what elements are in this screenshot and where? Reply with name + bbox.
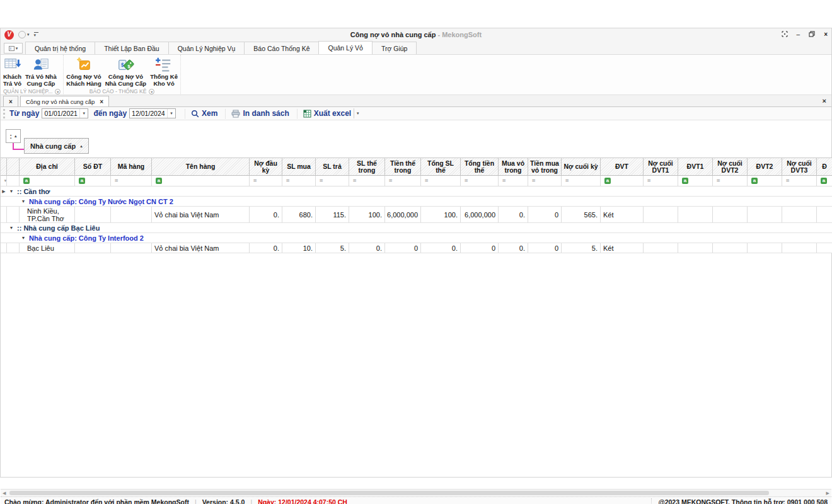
column-header-tien_mua_vo_trong[interactable]: Tiền mua vỏ trong [528,158,562,176]
filter-cell-tien_mua_vo_trong[interactable]: = [528,176,562,186]
column-header-no_cuoi_dvt2[interactable]: Nợ cuối DVT2 [713,158,748,176]
export-excel-button[interactable]: Xuất excel ▾ [303,108,361,118]
dialog-launcher-icon[interactable]: ▾ [149,89,154,94]
filter-cell-so_dt[interactable]: a [75,176,111,186]
chevron-down-icon[interactable]: ▾ [167,109,175,118]
column-header-sl_mua[interactable]: SL mua [282,158,316,176]
filter-cell-dia_chi[interactable]: a [20,176,75,186]
tab-tro-giup[interactable]: Trợ Giúp [372,42,417,54]
column-header-dvt2[interactable]: ĐVT2 [748,158,782,176]
cell-sl_mua[interactable]: 680. [282,207,316,222]
ribbon-button-cong-no-vo-nha-cung-cap[interactable]: $ $ Công Nợ Vỏ Nhà Cung Cấp [103,55,148,88]
chevron-down-icon[interactable]: ▾ [354,108,361,118]
cell-no_cuoi_dvt1[interactable] [644,207,678,222]
cell-dvt1[interactable] [678,243,713,253]
cell-no_dau_ky[interactable]: 0. [250,243,282,253]
column-header-no_cuoi_dvt3[interactable]: Nợ cuối DVT3 [782,158,817,176]
tab-thiet-lap-ban-dau[interactable]: Thiết Lập Ban Đầu [95,42,169,54]
cell-expand[interactable] [7,243,20,253]
group-row[interactable]: ▾:: Nhà cung cấp Bạc Liêu [1,223,832,233]
cell-dvt2[interactable] [748,243,782,253]
cell-expand[interactable] [7,207,20,222]
group-row[interactable]: ▾Nhà cung cấp: Công Ty Nước Ngọt CN CT 2 [1,197,832,207]
cell-sl_the_trong[interactable]: 100. [349,207,385,222]
cell-dvt1[interactable] [678,207,713,222]
filter-cell-no_dau_ky[interactable]: = [250,176,282,186]
column-header-dvt3_cut[interactable]: Đ [817,158,832,176]
column-header-sl_the_trong[interactable]: SL thế trong [349,158,385,176]
cell-tong_sl_the[interactable]: 0. [421,243,461,253]
cell-sl_tra[interactable]: 5. [316,243,349,253]
column-header-mua_vo_trong[interactable]: Mua vỏ trong [499,158,528,176]
cell-no_dau_ky[interactable]: 0. [250,207,282,222]
grouped-column-nha-cung-cap[interactable]: Nhà cung cấp ▴ [24,138,89,154]
minimize-button[interactable]: – [797,32,800,38]
cell-dia_chi[interactable]: Bạc Liêu [20,243,75,253]
cell-no_cuoi_dvt3[interactable] [782,207,817,222]
view-button[interactable]: Xem [191,109,217,118]
cell-dia_chi[interactable]: Ninh Kiều, TP.Cần Thơ [20,207,75,222]
column-header-so_dt[interactable]: Số ĐT [75,158,111,176]
column-header-no_cuoi_dvt1[interactable]: Nợ cuối DVT1 [644,158,678,176]
group-row[interactable]: ▾Nhà cung cấp: Công Ty Interfood 2 [1,233,832,243]
cell-ma_hang[interactable] [111,207,152,222]
column-header-tong_sl_the[interactable]: Tổng SL thế [421,158,461,176]
cell-dvt3_cut[interactable] [817,243,832,253]
chevron-down-icon[interactable]: ▾ [79,109,88,118]
ribbon-button-tra-vo-nha-cung-cap[interactable]: Trả Vỏ Nhà Cung Cấp [23,55,59,88]
filter-cell-ten_hang[interactable]: a [152,176,250,186]
scrollbar-thumb[interactable] [9,491,769,495]
cell-tien_the_trong[interactable]: 0 [385,243,421,253]
tab-quan-ly-nghiep-vu[interactable]: Quản Lý Nghiệp Vụ [168,42,245,54]
column-header-tien_the_trong[interactable]: Tiền thế trong [385,158,421,176]
cell-dvt[interactable]: Két [601,207,644,222]
filter-cell-tien_the_trong[interactable]: = [385,176,421,186]
filter-cell-dvt1[interactable]: a [678,176,713,186]
cell-dvt[interactable]: Két [601,243,644,253]
restore-button[interactable] [809,31,815,38]
fullscreen-button[interactable] [782,31,788,38]
filter-cell-dvt2[interactable]: a [748,176,782,186]
filter-cell-sl_mua[interactable]: = [282,176,316,186]
cell-so_dt[interactable] [75,207,111,222]
cell-no_cuoi_ky[interactable]: 565. [562,207,601,222]
filter-cell-tong_sl_the[interactable]: = [421,176,461,186]
tab-quan-tri-he-thong[interactable]: Quản trị hệ thống [25,42,95,54]
cell-sl_tra[interactable]: 115. [316,207,349,222]
cell-tong_tien_the[interactable]: 6,000,000 [461,207,499,222]
to-date-picker[interactable]: 12/01/2024 ▾ [129,108,176,118]
column-header-no_dau_ky[interactable]: Nợ đầu kỳ [250,158,282,176]
table-row[interactable]: Ninh Kiều, TP.Cần ThơVỏ chai bia Việt Na… [1,207,832,223]
close-icon[interactable]: × [100,98,103,105]
column-header-sl_tra[interactable]: SL trả [316,158,349,176]
ribbon-button-khach-tra-vo[interactable]: Khách Trả Vỏ [1,55,23,88]
filter-cell-sl_tra[interactable]: = [316,176,349,186]
cell-sl_mua[interactable]: 10. [282,243,316,253]
ribbon-button-thong-ke-kho-vo[interactable]: Thống Kê Kho Vỏ [148,55,180,88]
close-all-tabs-button[interactable]: × [3,96,18,106]
cell-so_dt[interactable] [75,243,111,253]
filter-cell-dvt[interactable]: a [601,176,644,186]
filter-cell-no_cuoi_ky[interactable]: = [562,176,601,186]
column-header-ma_hang[interactable]: Mã hàng [111,158,152,176]
group-row[interactable]: ▶▾:: Cần thơ [1,186,832,197]
scroll-right-icon[interactable]: ▶ [826,491,829,496]
filter-cell-dvt3_cut[interactable]: a [817,176,832,186]
cell-no_cuoi_dvt3[interactable] [782,243,817,253]
cell-no_cuoi_dvt1[interactable] [644,243,678,253]
cell-dvt3_cut[interactable] [817,207,832,222]
collapse-arrow-icon[interactable]: ▾ [22,198,25,204]
tab-quan-ly-vo[interactable]: Quản Lý Vỏ [318,41,372,54]
cell-no_cuoi_dvt2[interactable] [713,243,748,253]
filter-cell-ma_hang[interactable]: = [111,176,152,186]
tab-bao-cao-thong-ke[interactable]: Báo Cáo Thống Kê [244,42,319,54]
print-list-button[interactable]: In danh sách [231,109,289,118]
cell-sl_the_trong[interactable]: 0. [349,243,385,253]
cell-tong_sl_the[interactable]: 100. [421,207,461,222]
cell-mua_vo_trong[interactable]: 0. [499,243,528,253]
column-header-dvt1[interactable]: ĐVT1 [678,158,713,176]
horizontal-scrollbar[interactable]: ◀ ▶ [1,489,831,496]
ribbon-file-button[interactable]: ▾ [4,43,23,54]
filter-cell-mua_vo_trong[interactable]: = [499,176,528,186]
cell-tien_mua_vo_trong[interactable]: 0 [528,243,562,253]
